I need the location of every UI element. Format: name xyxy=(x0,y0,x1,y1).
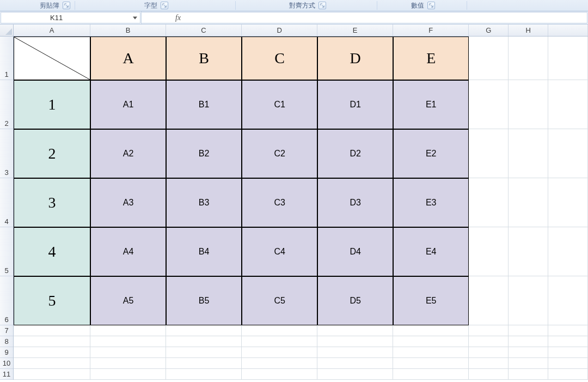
table-cell[interactable]: B4 xyxy=(166,227,242,276)
table-cell[interactable]: A3 xyxy=(90,178,166,227)
table-top-header[interactable]: E xyxy=(393,37,469,80)
cell[interactable] xyxy=(469,347,509,358)
table-cell[interactable]: A2 xyxy=(90,129,166,178)
table-left-header[interactable]: 4 xyxy=(14,227,90,276)
table-cell[interactable]: D1 xyxy=(317,80,393,129)
cell-grid[interactable]: A B C D E 1 A1 B1 C1 D1 E1 2 A2 B2 C2 D2… xyxy=(14,37,588,382)
cell[interactable] xyxy=(90,325,166,336)
row-header-10[interactable]: 10 xyxy=(0,358,13,369)
table-cell[interactable]: B2 xyxy=(166,129,242,178)
cell[interactable] xyxy=(509,178,548,227)
cell[interactable] xyxy=(242,325,317,336)
col-header-E[interactable]: E xyxy=(317,25,393,36)
table-cell[interactable]: B3 xyxy=(166,178,242,227)
table-cell[interactable]: B5 xyxy=(166,276,242,325)
table-cell[interactable]: E2 xyxy=(393,129,469,178)
table-cell[interactable]: D5 xyxy=(317,276,393,325)
cell[interactable] xyxy=(242,336,317,347)
table-left-header[interactable]: 2 xyxy=(14,129,90,178)
table-corner-cell[interactable] xyxy=(14,37,90,80)
cell[interactable] xyxy=(548,276,588,325)
cell[interactable] xyxy=(242,347,317,358)
cell[interactable] xyxy=(469,80,509,129)
dialog-launcher-icon[interactable] xyxy=(427,2,435,9)
cell[interactable] xyxy=(393,325,469,336)
cell[interactable] xyxy=(166,347,242,358)
cell[interactable] xyxy=(393,336,469,347)
table-cell[interactable]: A4 xyxy=(90,227,166,276)
table-cell[interactable]: E4 xyxy=(393,227,469,276)
cell[interactable] xyxy=(14,358,90,369)
cell[interactable] xyxy=(393,358,469,369)
cell[interactable] xyxy=(317,336,393,347)
cell[interactable] xyxy=(509,325,548,336)
table-top-header[interactable]: B xyxy=(166,37,242,80)
table-cell[interactable]: C4 xyxy=(242,227,317,276)
cell[interactable] xyxy=(469,276,509,325)
table-cell[interactable]: E3 xyxy=(393,178,469,227)
cell[interactable] xyxy=(548,347,588,358)
table-left-header[interactable]: 1 xyxy=(14,80,90,129)
cell[interactable] xyxy=(548,369,588,380)
cell[interactable] xyxy=(509,227,548,276)
row-header-9[interactable]: 9 xyxy=(0,347,13,358)
table-cell[interactable]: C5 xyxy=(242,276,317,325)
table-cell[interactable]: D4 xyxy=(317,227,393,276)
cell[interactable] xyxy=(166,369,242,380)
cell[interactable] xyxy=(548,358,588,369)
worksheet-area[interactable]: A B C D E F G H 1 2 3 4 5 6 7 8 9 10 11 … xyxy=(0,25,588,382)
dialog-launcher-icon[interactable] xyxy=(318,2,326,9)
cell[interactable] xyxy=(242,369,317,380)
col-header-C[interactable]: C xyxy=(166,25,242,36)
cell[interactable] xyxy=(469,129,509,178)
row-header-2[interactable]: 2 xyxy=(0,80,13,129)
table-cell[interactable]: C3 xyxy=(242,178,317,227)
dialog-launcher-icon[interactable] xyxy=(161,2,168,9)
cell[interactable] xyxy=(469,227,509,276)
formula-input[interactable] xyxy=(185,12,587,23)
dialog-launcher-icon[interactable] xyxy=(63,2,70,9)
cell[interactable] xyxy=(90,336,166,347)
cell[interactable] xyxy=(469,37,509,80)
col-header-B[interactable]: B xyxy=(90,25,166,36)
cell[interactable] xyxy=(90,347,166,358)
col-header-F[interactable]: F xyxy=(393,25,469,36)
cell[interactable] xyxy=(548,129,588,178)
cell[interactable] xyxy=(509,37,548,80)
cell[interactable] xyxy=(548,37,588,80)
cell[interactable] xyxy=(469,325,509,336)
cell[interactable] xyxy=(548,227,588,276)
cell[interactable] xyxy=(393,347,469,358)
table-top-header[interactable]: D xyxy=(317,37,393,80)
table-left-header[interactable]: 5 xyxy=(14,276,90,325)
select-all-corner[interactable] xyxy=(0,25,14,37)
table-top-header[interactable]: A xyxy=(90,37,166,80)
table-cell[interactable]: E1 xyxy=(393,80,469,129)
cell[interactable] xyxy=(14,325,90,336)
cell[interactable] xyxy=(90,369,166,380)
cell[interactable] xyxy=(509,80,548,129)
col-header-G[interactable]: G xyxy=(469,25,509,36)
row-header-7[interactable]: 7 xyxy=(0,325,13,336)
row-header-5[interactable]: 5 xyxy=(0,227,13,276)
cell[interactable] xyxy=(166,358,242,369)
cell[interactable] xyxy=(166,325,242,336)
cell[interactable] xyxy=(469,369,509,380)
row-header-11[interactable]: 11 xyxy=(0,369,13,380)
row-header-8[interactable]: 8 xyxy=(0,336,13,347)
cell[interactable] xyxy=(166,336,242,347)
table-cell[interactable]: D2 xyxy=(317,129,393,178)
table-cell[interactable]: A5 xyxy=(90,276,166,325)
table-cell[interactable]: A1 xyxy=(90,80,166,129)
cell[interactable] xyxy=(548,325,588,336)
row-header-6[interactable]: 6 xyxy=(0,276,13,325)
row-header-4[interactable]: 4 xyxy=(0,178,13,227)
row-header-1[interactable]: 1 xyxy=(0,37,13,80)
cell[interactable] xyxy=(509,336,548,347)
cell[interactable] xyxy=(548,80,588,129)
cell[interactable] xyxy=(469,358,509,369)
table-cell[interactable]: E5 xyxy=(393,276,469,325)
cell[interactable] xyxy=(509,358,548,369)
cell[interactable] xyxy=(509,369,548,380)
table-left-header[interactable]: 3 xyxy=(14,178,90,227)
